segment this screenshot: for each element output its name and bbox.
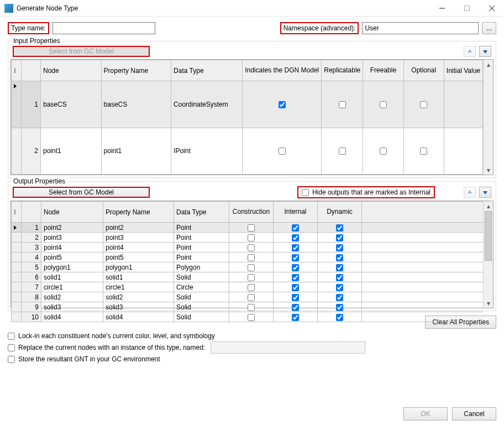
cell-checkbox[interactable]: [279, 101, 286, 108]
output-col-dynamic[interactable]: Dynamic: [318, 202, 362, 223]
ok-button[interactable]: OK: [403, 407, 448, 420]
table-row[interactable]: 9solid3solid3Solid: [12, 302, 484, 312]
cell-checkbox[interactable]: [336, 224, 343, 232]
replace-option[interactable]: Replace the current nodes with an instan…: [8, 341, 496, 354]
cell-checkbox[interactable]: [336, 244, 343, 251]
table-row[interactable]: 5polygon1polygon1Polygon: [12, 262, 484, 272]
cell-checkbox[interactable]: [292, 234, 299, 241]
cell-checkbox[interactable]: [420, 101, 427, 108]
table-row[interactable]: 6solid1solid1Solid: [12, 272, 484, 282]
cell-checkbox[interactable]: [292, 274, 299, 281]
lock-in-option[interactable]: Lock-in each constituent node's current …: [8, 332, 496, 340]
cell-checkbox[interactable]: [336, 304, 343, 311]
output-col-rownum[interactable]: [22, 202, 41, 223]
table-row[interactable]: 10solid4solid4Solid: [12, 312, 484, 322]
table-row[interactable]: 1baseCSbaseCSCoordinateSystem: [12, 81, 483, 128]
input-scrollbar[interactable]: ▴ ▾: [483, 60, 493, 175]
cell-checkbox[interactable]: [420, 148, 427, 155]
output-move-down-button[interactable]: [479, 187, 491, 198]
output-col-datatype[interactable]: Data Type: [174, 202, 229, 223]
scroll-down-icon[interactable]: ▾: [484, 298, 493, 308]
close-button[interactable]: [479, 0, 504, 16]
cell-checkbox[interactable]: [292, 224, 299, 232]
output-col-node[interactable]: Node: [41, 202, 103, 223]
cell-checkbox[interactable]: [248, 264, 255, 271]
minimize-button[interactable]: [429, 0, 454, 16]
output-col-selector[interactable]: ⁞: [12, 202, 22, 223]
cell-checkbox[interactable]: [292, 244, 299, 251]
input-col-freeable[interactable]: Freeable: [363, 60, 403, 81]
input-col-node[interactable]: Node: [40, 60, 101, 81]
replace-name-input: [211, 341, 365, 354]
replace-checkbox[interactable]: [8, 344, 15, 351]
input-col-rownum[interactable]: [21, 60, 40, 81]
table-row[interactable]: 8solid2solid2Solid: [12, 292, 484, 302]
cell-checkbox[interactable]: [336, 254, 343, 261]
output-scrollbar[interactable]: ▴ ▾: [483, 201, 493, 308]
input-col-property[interactable]: Property Name: [101, 60, 171, 81]
input-col-selector[interactable]: ⁞: [12, 60, 22, 81]
scroll-up-icon[interactable]: ▴: [484, 201, 493, 211]
cell-checkbox[interactable]: [248, 234, 255, 241]
cell-checkbox[interactable]: [292, 284, 299, 291]
input-col-initial[interactable]: Initial Value: [444, 60, 482, 81]
cell-checkbox[interactable]: [292, 304, 299, 311]
lock-in-checkbox[interactable]: [8, 333, 15, 340]
cell-checkbox[interactable]: [248, 254, 255, 261]
input-col-replicatable[interactable]: Replicatable: [322, 60, 363, 81]
cell-checkbox[interactable]: [339, 101, 346, 108]
cell-checkbox[interactable]: [380, 101, 387, 108]
output-move-up-button[interactable]: [464, 187, 476, 198]
table-row[interactable]: 3point4point4Point: [12, 243, 484, 253]
lock-in-label: Lock-in each constituent node's current …: [18, 332, 215, 340]
cell-checkbox[interactable]: [248, 274, 255, 281]
cell-checkbox[interactable]: [336, 264, 343, 271]
cell-checkbox[interactable]: [292, 254, 299, 261]
type-name-input[interactable]: [53, 22, 155, 34]
cell-checkbox[interactable]: [336, 274, 343, 281]
output-col-property[interactable]: Property Name: [103, 202, 174, 223]
input-col-optional[interactable]: Optional: [403, 60, 444, 81]
cell-checkbox[interactable]: [380, 148, 387, 155]
table-row[interactable]: 4point5point5Point: [12, 253, 484, 262]
namespace-more-button[interactable]: ...: [482, 22, 496, 34]
hide-internal-checkbox[interactable]: [302, 189, 309, 196]
input-col-datatype[interactable]: Data Type: [171, 60, 243, 81]
cell-checkbox[interactable]: [248, 304, 255, 311]
cell-checkbox[interactable]: [248, 244, 255, 251]
cell-checkbox[interactable]: [336, 234, 343, 241]
cell-checkbox[interactable]: [279, 148, 286, 155]
cell-checkbox[interactable]: [292, 264, 299, 271]
scroll-down-icon[interactable]: ▾: [484, 165, 493, 175]
hide-internal-checkbox-wrap[interactable]: Hide outputs that are marked as Internal: [297, 186, 435, 198]
scroll-up-icon[interactable]: ▴: [484, 60, 493, 69]
output-col-internal[interactable]: Internal: [274, 202, 318, 223]
input-col-dgn[interactable]: Indicates the DGN Model: [243, 60, 322, 81]
cell-checkbox[interactable]: [292, 314, 299, 321]
cell-checkbox[interactable]: [339, 148, 346, 155]
cell-checkbox[interactable]: [336, 294, 343, 301]
cancel-button[interactable]: Cancel: [452, 407, 496, 420]
store-option[interactable]: Store the resultant GNT in your GC envir…: [8, 355, 496, 363]
table-row[interactable]: 2point3point3Point: [12, 233, 484, 243]
table-row[interactable]: 2point1point1IPoint: [12, 128, 483, 175]
store-checkbox[interactable]: [8, 356, 15, 363]
table-row[interactable]: 7circle1circle1Circle: [12, 282, 484, 292]
scroll-thumb[interactable]: [485, 211, 492, 261]
namespace-input[interactable]: [362, 22, 479, 34]
cell-checkbox[interactable]: [248, 284, 255, 291]
cell-checkbox[interactable]: [336, 284, 343, 291]
input-move-down-button[interactable]: [479, 46, 491, 57]
cell-checkbox[interactable]: [248, 314, 255, 321]
output-select-from-model-button[interactable]: Select from GC Model: [13, 187, 150, 198]
cell-checkbox[interactable]: [248, 294, 255, 301]
output-col-construction[interactable]: Construction: [229, 202, 274, 223]
input-grid[interactable]: ⁞ Node Property Name Data Type Indicates…: [11, 59, 494, 175]
cell-checkbox[interactable]: [292, 294, 299, 301]
output-grid[interactable]: ⁞ Node Property Name Data Type Construct…: [11, 201, 494, 308]
input-select-from-model-button[interactable]: Select from GC Model: [13, 46, 150, 57]
cell-checkbox[interactable]: [248, 224, 255, 232]
cell-checkbox[interactable]: [336, 314, 343, 321]
input-move-up-button[interactable]: [464, 46, 476, 57]
table-row[interactable]: 1point2point2Point: [12, 223, 484, 233]
